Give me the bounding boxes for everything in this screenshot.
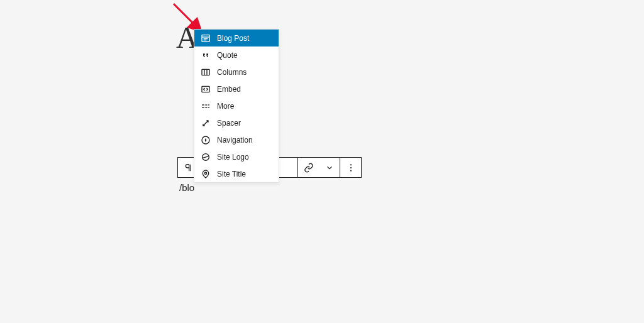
suggestion-blog-post[interactable]: Blog Post [194, 30, 279, 47]
svg-point-3 [350, 170, 351, 171]
dropdown-button[interactable] [319, 158, 340, 177]
svg-point-23 [204, 172, 206, 174]
more-icon [201, 101, 211, 111]
suggestion-navigation[interactable]: Navigation [194, 131, 279, 148]
pilcrow-icon [184, 163, 194, 173]
suggestion-label: More [217, 102, 234, 111]
svg-point-2 [350, 167, 351, 168]
suggestion-spacer[interactable]: Spacer [194, 114, 279, 131]
embed-icon [201, 84, 211, 94]
link-button[interactable] [298, 158, 319, 177]
suggestion-label: Spacer [217, 119, 241, 128]
suggestion-label: Embed [217, 85, 241, 94]
columns-icon [201, 67, 211, 77]
suggestion-embed[interactable]: Embed [194, 80, 279, 97]
dots-vertical-icon [346, 163, 356, 173]
site-logo-icon [201, 152, 211, 162]
svg-marker-20 [205, 138, 207, 142]
blog-post-icon [201, 33, 211, 43]
block-suggestion-popup: Blog Post Quote Columns [194, 29, 279, 183]
suggestion-site-title[interactable]: Site Title [194, 165, 279, 182]
site-title-icon [201, 169, 211, 179]
suggestion-more[interactable]: More [194, 97, 279, 114]
slash-command-input-text[interactable]: /blo [179, 182, 194, 193]
suggestion-columns[interactable]: Columns [194, 63, 279, 80]
svg-line-22 [203, 156, 208, 158]
link-icon [304, 163, 314, 173]
spacer-icon [201, 118, 211, 128]
chevron-down-icon [325, 163, 334, 172]
quote-icon [201, 50, 211, 60]
suggestion-quote[interactable]: Quote [194, 47, 279, 63]
svg-rect-8 [202, 69, 209, 75]
suggestion-label: Site Logo [217, 153, 249, 162]
suggestion-label: Columns [217, 68, 247, 77]
suggestion-label: Navigation [217, 136, 253, 145]
svg-point-1 [350, 164, 351, 165]
suggestion-label: Site Title [217, 170, 246, 178]
suggestion-label: Blog Post [217, 34, 249, 43]
editor-stage: A [0, 0, 644, 323]
svg-line-18 [203, 121, 208, 126]
suggestion-label: Quote [217, 51, 238, 60]
suggestion-site-logo[interactable]: Site Logo [194, 148, 279, 165]
navigation-icon [201, 135, 211, 145]
options-button[interactable] [340, 158, 361, 177]
